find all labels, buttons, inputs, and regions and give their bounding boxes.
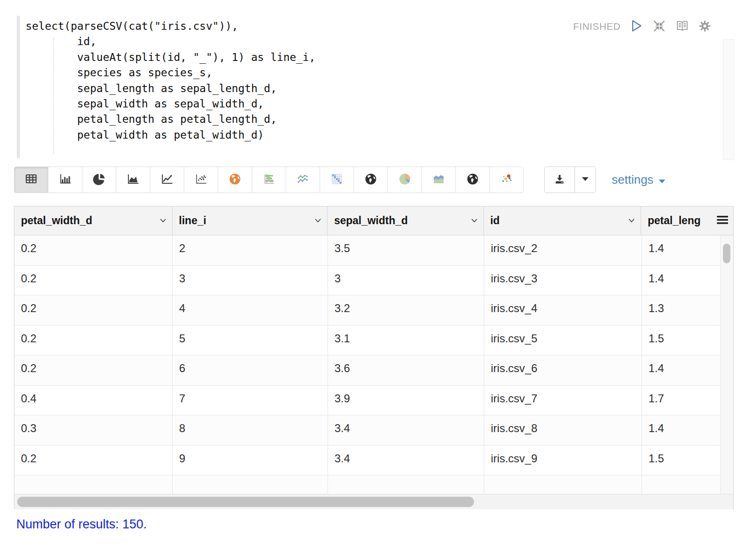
grid-body: 0.223.5iris.csv_21.40.233iris.csv_31.40.… — [14, 235, 720, 494]
chevron-down-icon[interactable] — [314, 217, 321, 225]
table-cell: 2 — [173, 235, 328, 265]
scatter-chart-icon — [194, 172, 208, 187]
grid-menu-button[interactable] — [711, 207, 733, 235]
code-scrollbar[interactable] — [723, 39, 734, 160]
column-header-petal-width-d[interactable]: petal_width_d — [14, 207, 173, 235]
column-header-petal-length-d[interactable]: petal_leng — [641, 207, 711, 235]
code-line: petal_length as petal_length_d, — [26, 112, 315, 127]
table-cell: iris.csv_8 — [484, 415, 642, 445]
chart-type-table-button[interactable] — [14, 167, 48, 193]
code-paragraph: select(parseCSV(cat("iris.csv")), id, va… — [14, 13, 735, 161]
table-cell: 3 — [328, 266, 484, 295]
horizontal-scrollbar[interactable] — [14, 494, 733, 509]
pie-colored-icon — [398, 172, 412, 187]
column-header-id[interactable]: id — [484, 207, 642, 235]
bar-chart-icon — [58, 172, 72, 187]
gear-icon — [698, 19, 712, 34]
caret-down-icon — [658, 173, 666, 187]
table-cell: 0.2 — [14, 235, 173, 265]
grid-header-row: petal_width_d line_i sepal_width_d id pe… — [14, 207, 733, 235]
chart-type-pie-button[interactable] — [82, 167, 116, 193]
table-cell: 3.2 — [328, 295, 484, 325]
table-cell: 9 — [173, 446, 328, 475]
download-icon — [553, 172, 567, 187]
chart-type-multi-line-button[interactable] — [286, 167, 320, 193]
collapse-icon — [652, 19, 666, 34]
table-cell: 3.4 — [328, 415, 484, 445]
code-line: species as species_s, — [26, 65, 315, 80]
table-cell — [14, 475, 173, 494]
colored-scatter-icon — [500, 172, 514, 187]
table-cell: 0.4 — [14, 386, 173, 415]
chart-type-scatter-button[interactable] — [184, 167, 218, 193]
table-row: 0.253.1iris.csv_51.5 — [14, 326, 720, 356]
results-count-text: Number of results: 150. — [16, 517, 147, 532]
globe-icon — [466, 172, 480, 187]
globe-icon — [364, 172, 378, 187]
table-cell: iris.csv_5 — [484, 326, 642, 355]
table-row: 0.263.6iris.csv_61.4 — [14, 355, 720, 386]
table-cell: 1.5 — [642, 326, 720, 355]
table-row: 0.223.5iris.csv_21.4 — [14, 235, 720, 266]
chart-type-pie-colored-button[interactable] — [388, 167, 422, 193]
table-row — [14, 475, 720, 494]
table-cell: 3 — [173, 266, 328, 295]
column-header-sepal-width-d[interactable]: sepal_width_d — [328, 207, 484, 235]
paragraph-settings-button[interactable] — [698, 20, 712, 33]
table-cell: iris.csv_2 — [484, 235, 642, 265]
settings-link[interactable]: settings — [612, 173, 666, 187]
chart-type-stacked-area-button[interactable] — [421, 167, 456, 193]
table-cell: iris.csv_6 — [484, 355, 642, 385]
code-line: id, — [26, 34, 315, 49]
collapse-button[interactable] — [652, 20, 666, 33]
code-line: sepal_length as sepal_length_d, — [26, 81, 315, 96]
area-chart-icon — [126, 172, 140, 187]
chart-type-globe-button[interactable] — [354, 167, 388, 193]
chevron-down-icon[interactable] — [471, 217, 478, 225]
chart-type-heatmap-button[interactable] — [320, 167, 354, 193]
table-row: 0.293.4iris.csv_91.5 — [14, 446, 720, 476]
table-row: 0.383.4iris.csv_81.4 — [14, 415, 720, 446]
table-cell: 8 — [173, 415, 328, 445]
table-row: 0.243.2iris.csv_41.3 — [14, 295, 720, 326]
table-cell: 1.5 — [642, 446, 720, 475]
download-group — [544, 167, 596, 193]
chevron-down-icon[interactable] — [160, 217, 167, 225]
chart-type-globe2-button[interactable] — [455, 167, 490, 193]
column-header-line-i[interactable]: line_i — [173, 207, 328, 235]
horizontal-scrollbar-thumb[interactable] — [17, 497, 474, 507]
run-paragraph-button[interactable] — [629, 20, 643, 33]
table-cell: 1.4 — [642, 415, 720, 445]
table-cell: 3.6 — [328, 355, 484, 385]
status-badge: FINISHED — [573, 21, 621, 32]
code-lines[interactable]: select(parseCSV(cat("iris.csv")), id, va… — [26, 19, 315, 143]
table-cell: 4 — [173, 295, 328, 325]
multi-line-chart-icon — [296, 172, 310, 187]
line-chart-icon — [160, 172, 174, 187]
heatmap-icon — [330, 172, 344, 187]
download-button[interactable] — [544, 167, 575, 193]
result-toolbar: settings — [14, 167, 735, 193]
chevron-down-icon[interactable] — [628, 217, 635, 225]
table-cell: 1.4 — [642, 266, 720, 295]
table-cell: iris.csv_7 — [484, 386, 642, 415]
download-options-button[interactable] — [575, 167, 596, 193]
table-cell: 0.3 — [14, 415, 173, 445]
chart-type-bubble-matrix-button[interactable] — [252, 167, 286, 193]
settings-label: settings — [612, 173, 654, 187]
chart-type-bar-button[interactable] — [48, 167, 82, 193]
map-orange-icon — [228, 172, 242, 187]
chart-type-map-button[interactable] — [218, 167, 252, 193]
chart-type-line-button[interactable] — [150, 167, 184, 193]
chart-type-colored-scatter-button[interactable] — [489, 167, 524, 193]
chart-type-group — [14, 167, 524, 193]
vertical-scrollbar-thumb[interactable] — [723, 244, 730, 263]
chart-type-area-button[interactable] — [116, 167, 150, 193]
code-line: select(parseCSV(cat("iris.csv")), — [26, 19, 315, 34]
table-row: 0.233iris.csv_31.4 — [14, 266, 720, 296]
result-grid: petal_width_d line_i sepal_width_d id pe… — [14, 206, 734, 509]
play-icon — [630, 19, 643, 34]
editor-toggle-button[interactable] — [675, 20, 689, 33]
vertical-scrollbar[interactable] — [720, 235, 733, 494]
paragraph-gutter — [17, 16, 20, 158]
